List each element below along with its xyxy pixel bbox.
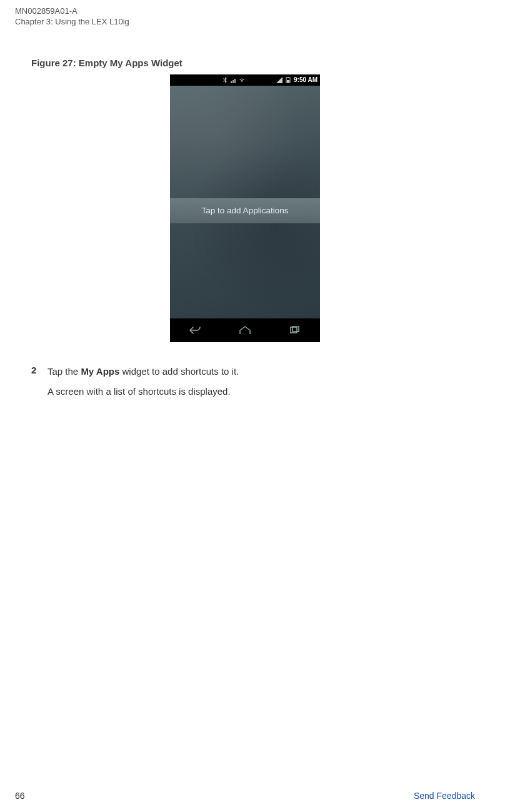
svg-rect-4: [288, 77, 289, 78]
navigation-bar: [170, 318, 320, 342]
my-apps-widget[interactable]: Tap to add Applications: [170, 198, 320, 223]
document-id: MN002859A01-A: [15, 6, 475, 17]
step-number: 2: [31, 365, 39, 405]
signal-icon: [231, 77, 237, 83]
svg-rect-1: [232, 80, 234, 83]
chapter-title: Chapter 3: Using the LEX L10ig: [15, 17, 475, 28]
svg-rect-5: [287, 80, 289, 83]
status-bar: 9:50 AM: [170, 74, 320, 86]
send-feedback-link[interactable]: Send Feedback: [414, 791, 475, 801]
status-clock: 9:50 AM: [294, 76, 318, 83]
recent-apps-button[interactable]: [282, 323, 308, 338]
instruction-step: 2 Tap the My Apps widget to add shortcut…: [31, 365, 475, 405]
phone-screenshot: 9:50 AM Tap to add Applications: [170, 74, 320, 342]
phone-home-screen: Tap to add Applications: [170, 86, 320, 318]
signal-bars-icon: [276, 77, 282, 83]
page-number: 66: [15, 791, 25, 801]
bluetooth-icon: [222, 77, 229, 83]
back-button[interactable]: [182, 323, 208, 338]
figure-image: 9:50 AM Tap to add Applications: [15, 74, 475, 342]
step-line-1: Tap the My Apps widget to add shortcuts …: [48, 365, 239, 378]
wifi-icon: [239, 77, 245, 83]
widget-label: Tap to add Applications: [202, 206, 289, 215]
step-line-2: A screen with a list of shortcuts is dis…: [48, 385, 239, 398]
svg-rect-2: [234, 79, 236, 83]
battery-icon: [285, 77, 291, 83]
svg-rect-0: [231, 81, 232, 83]
figure-caption: Figure 27: Empty My Apps Widget: [31, 58, 475, 68]
home-button[interactable]: [232, 323, 258, 338]
